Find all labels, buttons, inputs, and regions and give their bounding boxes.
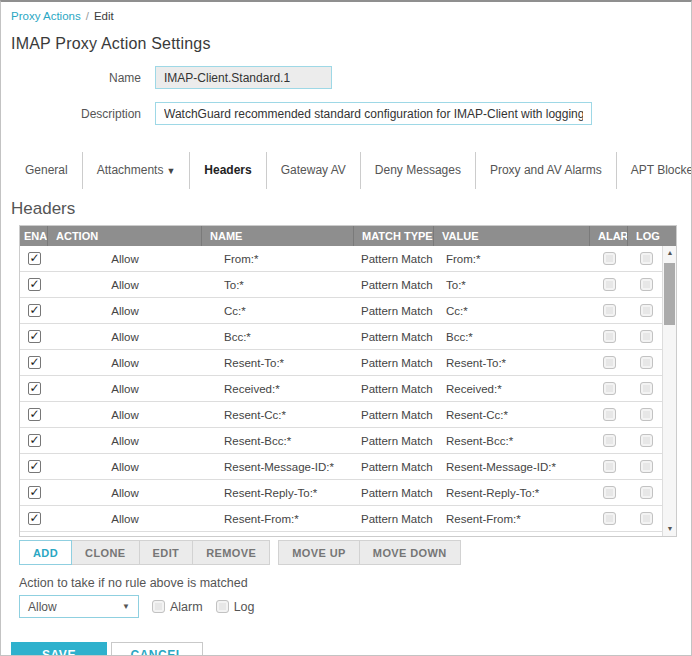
default-log-checkbox[interactable] xyxy=(216,600,229,613)
match-type-cell: Pattern Match xyxy=(354,461,434,473)
name-cell: Resent-Reply-To:* xyxy=(202,487,354,499)
table-row[interactable]: Allow Cc:* Pattern Match Cc:* xyxy=(20,298,664,324)
enabled-checkbox[interactable] xyxy=(28,382,41,395)
alarm-checkbox[interactable] xyxy=(603,512,616,525)
alarm-checkbox[interactable] xyxy=(603,460,616,473)
table-row[interactable]: Allow Resent-Reply-To:* Pattern Match Re… xyxy=(20,480,664,506)
no-match-rule-label: Action to take if no rule above is match… xyxy=(19,576,681,590)
scroll-up-arrow-icon[interactable]: ▲ xyxy=(663,246,677,260)
alarm-checkbox[interactable] xyxy=(603,278,616,291)
alarm-cell xyxy=(590,512,628,525)
log-checkbox[interactable] xyxy=(640,252,653,265)
tab-deny-messages[interactable]: Deny Messages xyxy=(361,152,476,189)
enabled-checkbox[interactable] xyxy=(28,408,41,421)
enabled-checkbox[interactable] xyxy=(28,486,41,499)
value-cell: To:* xyxy=(434,279,590,291)
enabled-checkbox[interactable] xyxy=(28,512,41,525)
match-type-cell: Pattern Match xyxy=(354,435,434,447)
action-cell: Allow xyxy=(48,383,202,395)
table-row[interactable]: Allow Resent-Bcc:* Pattern Match Resent-… xyxy=(20,428,664,454)
alarm-checkbox[interactable] xyxy=(603,434,616,447)
table-row[interactable]: Allow Bcc:* Pattern Match Bcc:* xyxy=(20,324,664,350)
tab-proxy-and-av-alarms[interactable]: Proxy and AV Alarms xyxy=(476,152,617,189)
enabled-checkbox[interactable] xyxy=(28,460,41,473)
value-cell: Resent-Bcc:* xyxy=(434,435,590,447)
alarm-checkbox[interactable] xyxy=(603,330,616,343)
alarm-checkbox[interactable] xyxy=(603,356,616,369)
default-alarm-checkbox[interactable] xyxy=(152,600,165,613)
alarm-checkbox[interactable] xyxy=(603,382,616,395)
log-cell xyxy=(628,460,664,473)
alarm-checkbox[interactable] xyxy=(603,304,616,317)
log-checkbox[interactable] xyxy=(640,486,653,499)
default-action-row: Allow ▼ Alarm Log xyxy=(19,595,681,618)
table-row[interactable]: Allow Resent-Message-ID:* Pattern Match … xyxy=(20,454,664,480)
log-checkbox[interactable] xyxy=(640,278,653,291)
tab-headers[interactable]: Headers xyxy=(190,152,266,189)
action-cell: Allow xyxy=(48,513,202,525)
enabled-checkbox[interactable] xyxy=(28,278,41,291)
log-checkbox[interactable] xyxy=(640,434,653,447)
name-cell: Bcc:* xyxy=(202,331,354,343)
remove-button[interactable]: REMOVE xyxy=(192,540,270,565)
alarm-cell xyxy=(590,486,628,499)
enabled-checkbox[interactable] xyxy=(28,304,41,317)
log-checkbox[interactable] xyxy=(640,408,653,421)
move-up-button[interactable]: MOVE UP xyxy=(278,540,360,565)
table-body: Allow From:* Pattern Match From:* Allow … xyxy=(20,246,664,536)
add-button[interactable]: ADD xyxy=(19,540,72,565)
log-checkbox[interactable] xyxy=(640,382,653,395)
column-header-alarm: ALAR xyxy=(590,226,628,246)
cancel-button[interactable]: CANCEL xyxy=(111,642,203,656)
tab-general[interactable]: General xyxy=(11,152,83,189)
description-input[interactable] xyxy=(155,102,592,125)
breadcrumb-link-proxy-actions[interactable]: Proxy Actions xyxy=(11,10,81,22)
column-header-enabled: ENAB xyxy=(20,226,48,246)
action-cell: Allow xyxy=(48,487,202,499)
enabled-checkbox[interactable] xyxy=(28,330,41,343)
enabled-checkbox[interactable] xyxy=(28,356,41,369)
tab-apt-blocker[interactable]: APT Blocker xyxy=(617,152,692,189)
log-checkbox[interactable] xyxy=(640,512,653,525)
column-header-value: VALUE xyxy=(434,226,590,246)
table-row[interactable]: Allow Received:* Pattern Match Received:… xyxy=(20,376,664,402)
log-checkbox[interactable] xyxy=(640,330,653,343)
section-title: Headers xyxy=(11,199,681,219)
table-row[interactable]: Allow Resent-Cc:* Pattern Match Resent-C… xyxy=(20,402,664,428)
log-checkbox[interactable] xyxy=(640,304,653,317)
value-cell: Resent-Message-ID:* xyxy=(434,461,590,473)
default-action-select[interactable]: Allow ▼ xyxy=(19,595,139,618)
save-button[interactable]: SAVE xyxy=(11,642,107,656)
value-cell: Received:* xyxy=(434,383,590,395)
column-header-name: NAME xyxy=(202,226,354,246)
value-cell: Cc:* xyxy=(434,305,590,317)
name-cell: From:* xyxy=(202,253,354,265)
alarm-checkbox[interactable] xyxy=(603,486,616,499)
table-row[interactable]: Allow To:* Pattern Match To:* xyxy=(20,272,664,298)
table-row[interactable]: Allow Resent-From:* Pattern Match Resent… xyxy=(20,506,664,532)
dropdown-caret-icon: ▼ xyxy=(166,166,175,176)
enabled-checkbox[interactable] xyxy=(28,434,41,447)
table-scrollbar[interactable]: ▲ ▼ xyxy=(662,246,676,536)
action-cell: Allow xyxy=(48,305,202,317)
log-checkbox[interactable] xyxy=(640,460,653,473)
alarm-checkbox[interactable] xyxy=(603,408,616,421)
move-down-button[interactable]: MOVE DOWN xyxy=(359,540,461,565)
table-header-row: ENAB ACTION NAME MATCH TYPE VALUE ALAR L… xyxy=(20,226,676,246)
table-row[interactable]: Allow From:* Pattern Match From:* xyxy=(20,246,664,272)
log-cell xyxy=(628,330,664,343)
tab-attachments[interactable]: Attachments▼ xyxy=(83,152,191,189)
tab-gateway-av[interactable]: Gateway AV xyxy=(267,152,361,189)
match-type-cell: Pattern Match xyxy=(354,487,434,499)
name-input[interactable] xyxy=(155,66,332,89)
page-title: IMAP Proxy Action Settings xyxy=(11,35,681,53)
alarm-checkbox[interactable] xyxy=(603,252,616,265)
table-row[interactable]: Allow Resent-To:* Pattern Match Resent-T… xyxy=(20,350,664,376)
edit-button[interactable]: EDIT xyxy=(139,540,194,565)
clone-button[interactable]: CLONE xyxy=(71,540,140,565)
log-checkbox[interactable] xyxy=(640,356,653,369)
scroll-down-arrow-icon[interactable]: ▼ xyxy=(663,522,677,536)
enabled-checkbox[interactable] xyxy=(28,252,41,265)
scrollbar-thumb[interactable] xyxy=(664,263,675,325)
match-type-cell: Pattern Match xyxy=(354,357,434,369)
